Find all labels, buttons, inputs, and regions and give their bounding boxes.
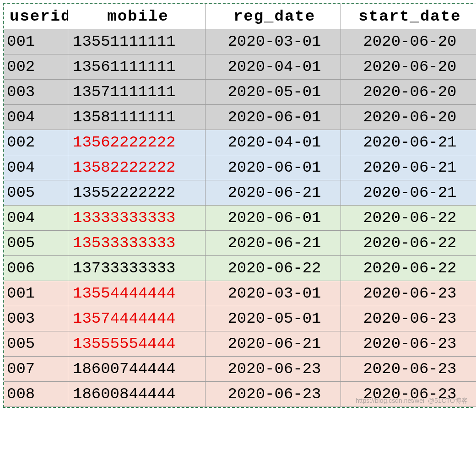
cell-regdate: 2020-06-22 bbox=[206, 256, 341, 281]
table-row: 001135511111112020-03-012020-06-20 bbox=[4, 29, 476, 54]
cell-mobile: 13733333333 bbox=[68, 256, 206, 281]
cell-regdate: 2020-03-01 bbox=[206, 281, 341, 306]
table-row: 003135711111112020-05-012020-06-20 bbox=[4, 80, 476, 105]
col-header-regdate: reg_date bbox=[206, 4, 341, 29]
cell-mobile: 13333333333 bbox=[68, 206, 206, 231]
cell-mobile: 13571111111 bbox=[68, 80, 206, 105]
cell-regdate: 2020-06-01 bbox=[206, 206, 341, 231]
cell-userid: 004 bbox=[4, 155, 68, 180]
cell-userid: 002 bbox=[4, 130, 68, 155]
table-row: 005135555544442020-06-212020-06-23 bbox=[4, 331, 476, 357]
table-row: 002135622222222020-04-012020-06-21 bbox=[4, 130, 476, 155]
cell-regdate: 2020-05-01 bbox=[206, 306, 341, 331]
table-header-row: userid mobile reg_date start_date bbox=[4, 4, 476, 29]
cell-startdate: 2020-06-20 bbox=[341, 54, 476, 80]
cell-startdate: 2020-06-22 bbox=[341, 231, 476, 256]
cell-startdate: 2020-06-21 bbox=[341, 180, 476, 206]
cell-regdate: 2020-06-01 bbox=[206, 105, 341, 130]
cell-userid: 001 bbox=[4, 29, 68, 54]
cell-startdate: 2020-06-22 bbox=[341, 206, 476, 231]
table-row: 006137333333332020-06-222020-06-22 bbox=[4, 256, 476, 281]
cell-mobile: 13555554444 bbox=[68, 331, 206, 357]
cell-userid: 004 bbox=[4, 105, 68, 130]
cell-userid: 003 bbox=[4, 80, 68, 105]
table-row: 005135333333332020-06-212020-06-22 bbox=[4, 231, 476, 256]
cell-startdate: 2020-06-23 bbox=[341, 357, 476, 382]
col-header-mobile: mobile bbox=[68, 4, 206, 29]
cell-startdate: 2020-06-23 bbox=[341, 281, 476, 306]
cell-regdate: 2020-04-01 bbox=[206, 54, 341, 80]
col-header-startdate: start_date bbox=[341, 4, 476, 29]
cell-userid: 006 bbox=[4, 256, 68, 281]
cell-userid: 008 bbox=[4, 382, 68, 407]
cell-regdate: 2020-06-21 bbox=[206, 231, 341, 256]
cell-userid: 005 bbox=[4, 231, 68, 256]
cell-userid: 003 bbox=[4, 306, 68, 331]
table-row: 003135744444442020-05-012020-06-23 bbox=[4, 306, 476, 331]
cell-mobile: 13551111111 bbox=[68, 29, 206, 54]
cell-mobile: 13581111111 bbox=[68, 105, 206, 130]
cell-mobile: 13561111111 bbox=[68, 54, 206, 80]
table-row: 002135611111112020-04-012020-06-20 bbox=[4, 54, 476, 80]
cell-regdate: 2020-06-01 bbox=[206, 155, 341, 180]
cell-startdate: 2020-06-22 bbox=[341, 256, 476, 281]
cell-mobile: 13574444444 bbox=[68, 306, 206, 331]
cell-mobile: 18600844444 bbox=[68, 382, 206, 407]
cell-regdate: 2020-06-21 bbox=[206, 331, 341, 357]
data-table-container: userid mobile reg_date start_date 001135… bbox=[3, 3, 473, 408]
cell-startdate: 2020-06-20 bbox=[341, 29, 476, 54]
table-row: 007186007444442020-06-232020-06-23 bbox=[4, 357, 476, 382]
cell-regdate: 2020-04-01 bbox=[206, 130, 341, 155]
table-row: 004133333333332020-06-012020-06-22 bbox=[4, 206, 476, 231]
data-table: userid mobile reg_date start_date 001135… bbox=[4, 4, 476, 407]
cell-mobile: 13554444444 bbox=[68, 281, 206, 306]
cell-mobile: 13533333333 bbox=[68, 231, 206, 256]
table-row: 004135822222222020-06-012020-06-21 bbox=[4, 155, 476, 180]
cell-mobile: 13562222222 bbox=[68, 130, 206, 155]
cell-startdate: 2020-06-21 bbox=[341, 155, 476, 180]
cell-userid: 007 bbox=[4, 357, 68, 382]
col-header-userid: userid bbox=[4, 4, 68, 29]
cell-userid: 002 bbox=[4, 54, 68, 80]
table-row: 005135522222222020-06-212020-06-21 bbox=[4, 180, 476, 206]
cell-startdate: 2020-06-23 bbox=[341, 331, 476, 357]
cell-startdate: 2020-06-23 bbox=[341, 306, 476, 331]
table-row: 001135544444442020-03-012020-06-23 bbox=[4, 281, 476, 306]
cell-userid: 005 bbox=[4, 180, 68, 206]
cell-mobile: 13552222222 bbox=[68, 180, 206, 206]
cell-regdate: 2020-05-01 bbox=[206, 80, 341, 105]
cell-startdate: 2020-06-20 bbox=[341, 105, 476, 130]
cell-regdate: 2020-06-23 bbox=[206, 357, 341, 382]
cell-userid: 001 bbox=[4, 281, 68, 306]
cell-mobile: 18600744444 bbox=[68, 357, 206, 382]
cell-regdate: 2020-06-21 bbox=[206, 180, 341, 206]
cell-userid: 005 bbox=[4, 331, 68, 357]
watermark-text: https://blog.csdn.net/wei_@51CTO博客 bbox=[356, 397, 468, 405]
cell-userid: 004 bbox=[4, 206, 68, 231]
table-row: 004135811111112020-06-012020-06-20 bbox=[4, 105, 476, 130]
cell-regdate: 2020-06-23 bbox=[206, 382, 341, 407]
cell-mobile: 13582222222 bbox=[68, 155, 206, 180]
cell-startdate: 2020-06-21 bbox=[341, 130, 476, 155]
cell-regdate: 2020-03-01 bbox=[206, 29, 341, 54]
cell-startdate: 2020-06-20 bbox=[341, 80, 476, 105]
